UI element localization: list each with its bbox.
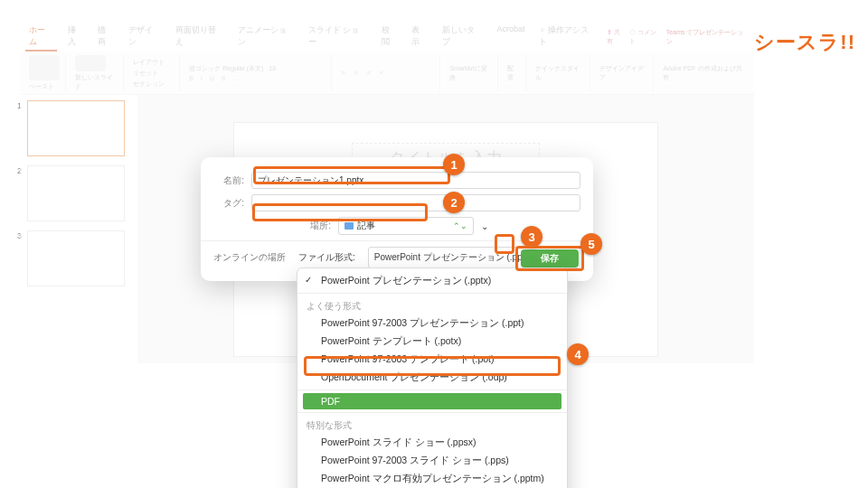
step-badge-2: 2 [443, 192, 465, 213]
format-option[interactable]: OpenDocument プレゼンテーション (.odp) [297, 369, 567, 387]
fileformat-label: ファイル形式: [298, 251, 355, 264]
save-button[interactable]: 保存 [521, 249, 579, 267]
expand-dialog-button[interactable]: ⌄ [481, 221, 494, 231]
format-option[interactable]: PowerPoint 97-2003 プレゼンテーション (.ppt) [297, 314, 567, 333]
step-badge-4: 4 [567, 343, 589, 365]
format-option[interactable]: PowerPoint マクロ有効プレゼンテーション (.pptm) [297, 470, 567, 488]
chevron-up-down-icon: ⌃⌄ [453, 221, 467, 230]
location-label: 場所: [300, 220, 331, 232]
step-badge-5: 5 [580, 233, 602, 255]
location-value: 記事 [357, 220, 375, 232]
folder-icon [344, 222, 354, 230]
fileformat-value: PowerPoint プレゼンテーション (.pptx) [374, 251, 533, 264]
location-select[interactable]: 記事 ⌃⌄ [338, 217, 474, 235]
brand-logo: シースラ!! [754, 29, 855, 56]
step-badge-1: 1 [443, 154, 465, 175]
step-badge-3: 3 [521, 226, 542, 248]
tag-label: タグ: [213, 197, 244, 210]
format-option-pdf[interactable]: PDF [303, 393, 561, 409]
format-option[interactable]: PowerPoint 97-2003 スライド ショー (.pps) [297, 452, 567, 470]
dropdown-header-common: よく使う形式 [297, 296, 567, 314]
tag-input[interactable] [251, 194, 580, 211]
name-label: 名前: [213, 174, 244, 187]
dropdown-header-special: 特別な形式 [297, 416, 567, 434]
format-option[interactable]: PowerPoint スライド ショー (.ppsx) [297, 434, 567, 452]
format-option[interactable]: PowerPoint テンプレート (.potx) [297, 333, 567, 351]
fileformat-dropdown: PowerPoint プレゼンテーション (.pptx) よく使う形式 Powe… [297, 267, 568, 488]
filename-input[interactable] [251, 172, 580, 189]
format-option[interactable]: PowerPoint 97-2003 テンプレート (.pot) [297, 351, 567, 369]
format-option-pptx[interactable]: PowerPoint プレゼンテーション (.pptx) [297, 272, 567, 290]
online-locations-link[interactable]: オンラインの場所 [213, 251, 286, 264]
